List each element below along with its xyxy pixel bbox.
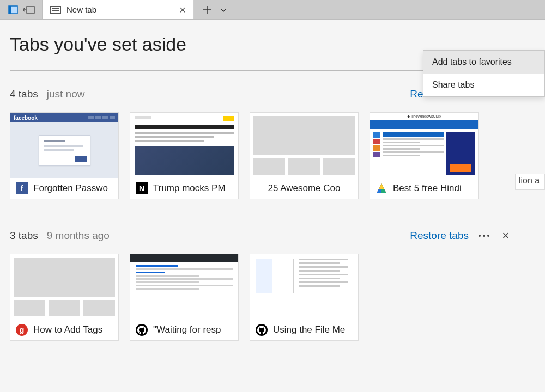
tab-thumbnail: ◆ TheWindowsClub bbox=[370, 113, 478, 178]
tab-card[interactable]: 25 Awesome Coo bbox=[250, 112, 359, 199]
context-menu: Add tabs to favorites Share tabs bbox=[423, 50, 545, 97]
current-tab[interactable]: New tab × bbox=[43, 0, 194, 19]
group-header: 3 tabs 9 months ago Restore tabs × bbox=[10, 228, 512, 244]
svg-marker-6 bbox=[379, 183, 384, 189]
tab-card[interactable]: g How to Add Tags bbox=[10, 254, 119, 341]
tab-card[interactable]: Using the File Me bbox=[250, 254, 359, 341]
tab-card-title: Forgotten Passwo bbox=[33, 183, 108, 194]
ctx-add-favorites[interactable]: Add tabs to favorites bbox=[423, 51, 544, 74]
tab-thumbnail bbox=[130, 113, 238, 178]
show-set-aside-icon[interactable] bbox=[21, 0, 37, 20]
delete-group-button[interactable]: × bbox=[499, 229, 512, 242]
windowsclub-icon bbox=[376, 182, 387, 194]
browser-tab-strip: New tab × bbox=[0, 0, 545, 20]
group-count: 3 tabs bbox=[10, 230, 38, 242]
tab-card-title: How to Add Tags bbox=[33, 324, 102, 335]
page-favicon bbox=[50, 6, 61, 14]
google-plus-icon: g bbox=[16, 324, 28, 336]
clipped-side-content: lion a bbox=[515, 174, 545, 190]
ctx-share-tabs[interactable]: Share tabs bbox=[423, 74, 544, 96]
tab-card[interactable]: "Waiting for resp bbox=[130, 254, 239, 341]
facebook-icon: f bbox=[16, 182, 28, 194]
tab-card-title: 25 Awesome Coo bbox=[268, 183, 341, 194]
group-time: just now bbox=[47, 88, 85, 100]
tab-title: New tab bbox=[66, 5, 96, 14]
new-tab-button[interactable] bbox=[203, 5, 211, 14]
tab-menu-chevron[interactable] bbox=[219, 5, 228, 14]
restore-link[interactable]: Restore tabs bbox=[410, 230, 469, 242]
svg-rect-1 bbox=[9, 6, 11, 14]
tab-thumbnail bbox=[130, 254, 238, 320]
tab-card-title: Trump mocks PM bbox=[153, 183, 226, 194]
group-time: 9 months ago bbox=[47, 230, 110, 242]
tab-thumbnail bbox=[10, 254, 118, 320]
github-icon bbox=[256, 324, 268, 336]
tab-card-title: "Waiting for resp bbox=[153, 324, 221, 335]
tab-group-row: g How to Add Tags "Waiting for resp bbox=[10, 254, 545, 341]
tab-card[interactable]: ◆ TheWindowsClub Best 5 free Hindi bbox=[370, 112, 479, 199]
close-tab-button[interactable]: × bbox=[174, 0, 191, 20]
tab-card-title: Best 5 free Hindi bbox=[393, 183, 462, 194]
tab-thumbnail: facebook bbox=[10, 113, 118, 178]
more-options-button[interactable] bbox=[477, 229, 491, 242]
tab-card-title: Using the File Me bbox=[273, 324, 345, 335]
news-icon: N bbox=[136, 182, 148, 194]
tab-card[interactable]: facebook f Forgotten Passwo bbox=[10, 112, 119, 199]
tabs-aside-panel: Tabs you've set aside 4 tabs just now Re… bbox=[0, 20, 545, 392]
set-aside-tabs-icon[interactable] bbox=[5, 0, 21, 20]
tab-card[interactable]: N Trump mocks PM bbox=[130, 112, 239, 199]
group-count: 4 tabs bbox=[10, 88, 38, 100]
tab-thumbnail bbox=[250, 254, 358, 320]
tab-thumbnail bbox=[250, 113, 358, 178]
github-icon bbox=[136, 324, 148, 336]
svg-rect-2 bbox=[27, 7, 34, 13]
tab-group-row: facebook f Forgotten Passwo N Trump mock… bbox=[10, 112, 545, 199]
